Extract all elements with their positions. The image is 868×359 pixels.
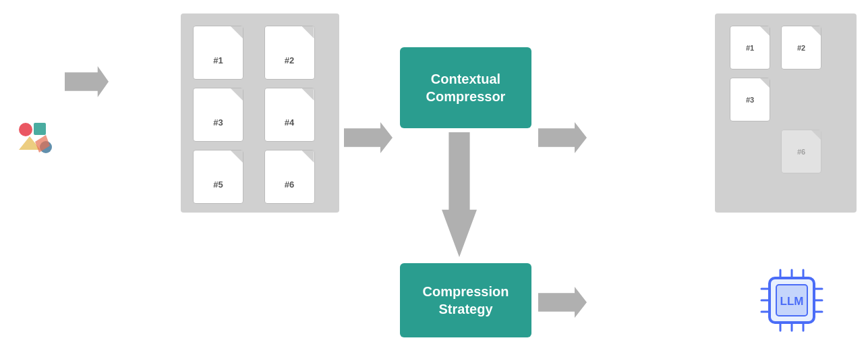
svg-text:LLM: LLM: [780, 295, 804, 308]
contextual-compressor-box: Contextual Compressor: [400, 47, 531, 128]
arrow-compressor-down: [442, 132, 477, 257]
doc-3: #3: [193, 88, 243, 142]
arrow-docs-to-compressor: [344, 122, 393, 153]
svg-point-0: [19, 123, 32, 136]
result-doc-1: #1: [730, 26, 770, 70]
documents-box: #1 #2 #3 #4 #5 #6: [181, 13, 339, 213]
arrow-compressor-to-results: [538, 122, 587, 153]
compression-strategy-box: Compression Strategy: [400, 263, 531, 337]
results-row-3: #6: [730, 130, 842, 173]
svg-rect-1: [34, 123, 46, 135]
doc-6: #6: [264, 150, 315, 204]
results-box: #1 #2 #3 #6: [715, 13, 857, 213]
doc-2: #2: [264, 26, 315, 80]
result-doc-2: #2: [781, 26, 821, 70]
llm-chip-icon: LLM: [755, 263, 829, 337]
diagram: #1 #2 #3 #4 #5 #6 Contextual Compressor …: [0, 0, 868, 359]
doc-4: #4: [264, 88, 315, 142]
results-row-2: #3: [730, 78, 842, 121]
query-icon: [12, 116, 58, 162]
strategy-label: Compression Strategy: [423, 283, 509, 318]
result-doc-3: #3: [730, 78, 770, 121]
doc-5: #5: [193, 150, 243, 204]
result-doc-6-placeholder: #6: [781, 130, 821, 173]
arrow-strategy-to-llm: [538, 287, 587, 318]
doc-1: #1: [193, 26, 243, 80]
arrow-query-to-docs: [65, 66, 109, 97]
compressor-label: Contextual Compressor: [426, 70, 506, 105]
results-row-1: #1 #2: [730, 26, 842, 70]
